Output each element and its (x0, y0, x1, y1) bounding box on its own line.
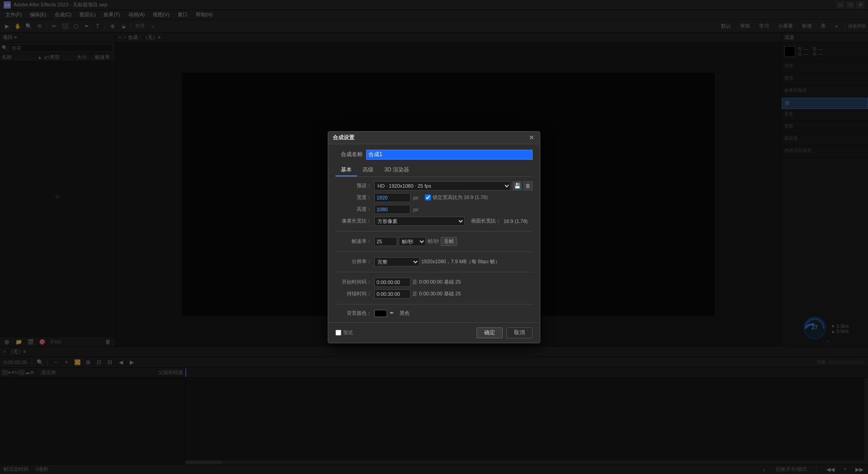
start-time-equals-label: 是 (412, 279, 417, 285)
frame-ar-value: 16:9 (1.78) (504, 218, 528, 224)
resolution-label: 分辨率： (335, 258, 372, 265)
start-time-base: 0:00:00:00 基础 25 (419, 279, 461, 285)
width-unit: px (413, 195, 419, 200)
height-label: 高度： (335, 206, 372, 213)
cancel-button[interactable]: 取消 (506, 327, 533, 338)
fps-row: 帧速率： 帧/秒 帧/秒 丢帧 (335, 237, 533, 246)
dialog-footer: 预览 确定 取消 (328, 322, 540, 343)
duration-control: 是 0:00:30:00 基础 25 (374, 289, 461, 299)
duration-base: 0:00:30:00 基础 25 (419, 290, 461, 297)
preview-label: 预览 (343, 329, 353, 336)
resolution-info: 1920x1080，7.9 MB（每 8bpc 帧） (421, 258, 500, 265)
fps-unit: 帧/秒 (428, 238, 439, 245)
duration-equals-label: 是 (412, 290, 417, 297)
dialog-body: 合成名称 基本 高级 3D 渲染器 预设： HD · 1920x1080 · 2… (328, 144, 540, 322)
form-divider-2 (335, 251, 533, 252)
comp-name-row: 合成名称 (335, 150, 533, 160)
preset-row: 预设： HD · 1920x1080 · 25 fps 💾 🗑 (335, 181, 533, 190)
dialog-close-button[interactable]: ✕ (528, 134, 535, 141)
bg-color-label: 背景颜色： (335, 310, 372, 317)
width-input[interactable] (374, 193, 410, 202)
fps-control: 帧/秒 帧/秒 丢帧 (374, 237, 457, 246)
lock-ratio-label: 锁定宽高比为 16:9 (1.78) (433, 194, 488, 201)
frame-ar-label: 画面长宽比： (471, 218, 501, 224)
duration-row: 持续时间： 是 0:00:30:00 基础 25 (335, 289, 533, 299)
preset-select[interactable]: HD · 1920x1080 · 25 fps (374, 181, 511, 190)
preset-save-button[interactable]: 💾 (513, 181, 522, 190)
pixel-ar-select[interactable]: 方形像素 (374, 217, 465, 226)
pixel-ar-label: 像素长宽比： (335, 218, 372, 224)
resolution-select[interactable]: 完整 (374, 257, 420, 266)
start-time-input[interactable] (374, 278, 410, 287)
ok-button[interactable]: 确定 (476, 327, 503, 338)
fps-dropdown[interactable]: 帧/秒 (399, 237, 426, 246)
dialog-title-bar: 合成设置 ✕ (328, 132, 540, 144)
bg-color-control: ✒ 黑色 (374, 310, 410, 317)
bg-color-row: 背景颜色： ✒ 黑色 (335, 310, 533, 317)
pixel-ar-row: 像素长宽比： 方形像素 画面长宽比： 16:9 (1.78) (335, 217, 533, 226)
resolution-row: 分辨率： 完整 1920x1080，7.9 MB（每 8bpc 帧） (335, 257, 533, 266)
start-time-control: 是 0:00:00:00 基础 25 (374, 278, 461, 287)
composition-settings-dialog: 合成设置 ✕ 合成名称 基本 高级 3D 渲染器 预设： (328, 131, 540, 343)
tab-advanced[interactable]: 高级 (357, 164, 379, 176)
width-row: 宽度： px 锁定宽高比为 16:9 (1.78) (335, 193, 533, 202)
comp-name-label: 合成名称 (335, 151, 363, 158)
lock-ratio-row: 锁定宽高比为 16:9 (1.78) (425, 194, 488, 201)
preset-control: HD · 1920x1080 · 25 fps 💾 🗑 (374, 181, 533, 190)
lock-ratio-checkbox[interactable] (425, 194, 431, 200)
bg-color-swatch[interactable] (374, 310, 387, 317)
comp-name-field[interactable] (366, 150, 533, 160)
basic-tab-content: 预设： HD · 1920x1080 · 25 fps 💾 🗑 宽度： px (335, 181, 533, 317)
duration-label: 持续时间： (335, 290, 372, 297)
eyedropper-icon[interactable]: ✒ (390, 310, 397, 317)
dialog-tabs: 基本 高级 3D 渲染器 (335, 164, 533, 177)
preview-checkbox-row: 预览 (335, 327, 353, 338)
form-divider-4 (335, 304, 533, 304)
height-unit: px (413, 207, 419, 212)
duration-input[interactable] (374, 289, 410, 299)
start-time-label: 开始时间码： (335, 279, 372, 285)
footer-spacer (357, 327, 473, 338)
fps-label: 帧速率： (335, 238, 372, 245)
dropframe-button[interactable]: 丢帧 (441, 237, 457, 246)
tab-3d-renderer[interactable]: 3D 渲染器 (379, 164, 415, 176)
preview-checkbox[interactable] (335, 330, 341, 336)
form-divider-3 (335, 272, 533, 272)
dialog-title: 合成设置 (333, 134, 354, 142)
bg-color-name: 黑色 (400, 310, 410, 317)
start-time-row: 开始时间码： 是 0:00:00:00 基础 25 (335, 278, 533, 287)
preset-label: 预设： (335, 182, 372, 189)
resolution-control: 完整 1920x1080，7.9 MB（每 8bpc 帧） (374, 257, 500, 266)
modal-overlay: 合成设置 ✕ 合成名称 基本 高级 3D 渲染器 预设： (0, 0, 868, 474)
width-label: 宽度： (335, 194, 372, 201)
fps-input[interactable] (374, 237, 397, 246)
height-row: 高度： px (335, 205, 533, 214)
height-input[interactable] (374, 205, 410, 214)
tab-basic[interactable]: 基本 (335, 164, 357, 176)
form-divider-1 (335, 231, 533, 232)
preset-delete-button[interactable]: 🗑 (524, 181, 533, 190)
